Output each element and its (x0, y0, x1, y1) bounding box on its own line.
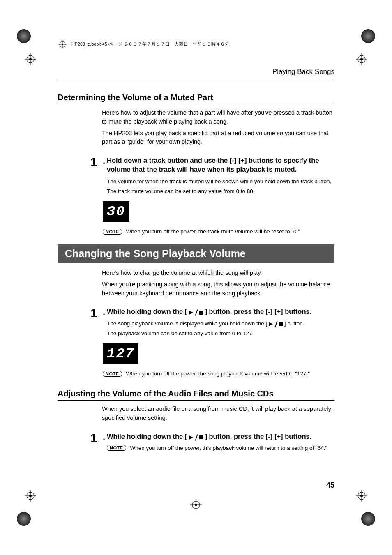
reg-mark (190, 499, 202, 511)
step-number: 1 (90, 307, 103, 319)
svg-point-1 (361, 29, 375, 43)
corner-swatch-br (361, 511, 376, 526)
svg-point-2 (17, 512, 31, 526)
note-label: NOTE (107, 445, 126, 451)
reg-mark (356, 490, 367, 502)
svg-point-11 (360, 58, 363, 60)
body-text: The volume for when the track is muted w… (107, 177, 334, 186)
svg-point-15 (29, 495, 32, 497)
body-text: Here's how to change the volume at which… (102, 269, 334, 278)
note-label: NOTE (103, 229, 122, 235)
reg-mark (25, 490, 36, 502)
step-dot: . (103, 156, 107, 166)
lcd-display: 30 (103, 201, 129, 222)
page-number: 45 (326, 481, 334, 490)
step-heading: While holding down the [ ] button, press… (107, 307, 334, 316)
svg-point-23 (195, 504, 197, 506)
chapter-title: Playing Back Songs (58, 68, 334, 76)
note-text: When you turn off the power, the song pl… (126, 371, 310, 377)
svg-point-3 (361, 512, 375, 526)
section-heading-audio-cd-volume: Adjusting the Volume of the Audio Files … (58, 389, 334, 401)
body-text: When you select an audio file or a song … (102, 405, 334, 423)
lcd-value: 30 (107, 204, 125, 219)
body-text: The HP203 lets you play back a specific … (102, 129, 334, 147)
corner-swatch-tl (16, 29, 31, 44)
svg-point-7 (29, 58, 32, 60)
play-stop-icon (189, 435, 203, 440)
svg-point-27 (62, 44, 63, 45)
play-stop-icon (269, 321, 283, 327)
reg-mark (25, 53, 36, 65)
body-text: The song playback volume is displayed wh… (107, 320, 334, 328)
step-heading: Hold down a track button and use the [-]… (107, 156, 334, 174)
step-heading: While holding down the [ ] button, press… (107, 432, 334, 441)
section-band-playback-volume: Changing the Song Playback Volume (58, 244, 334, 263)
body-text: When you're practicing along with a song… (102, 280, 334, 298)
file-header-text: HP203_e.book 45 ページ ２００７年７月１７日 火曜日 午前１０時… (71, 41, 230, 47)
play-stop-icon (189, 310, 203, 315)
file-header: HP203_e.book 45 ページ ２００７年７月１７日 火曜日 午前１０時… (58, 39, 230, 49)
step-number: 1 (90, 432, 103, 444)
corner-swatch-tr (361, 29, 376, 44)
lcd-value: 127 (107, 346, 134, 362)
step-number: 1 (90, 156, 103, 168)
svg-point-0 (17, 29, 31, 43)
body-text: The playback volume can be set to any va… (107, 329, 334, 338)
note-label: NOTE (103, 371, 122, 377)
svg-point-19 (360, 495, 363, 497)
body-text: The track mute volume can be set to any … (107, 187, 334, 196)
reg-mark-icon (58, 39, 67, 49)
body-text: Here's how to adjust the volume that a p… (102, 108, 334, 127)
step-dot: . (103, 307, 107, 318)
note-text: When you turn off the power, this playba… (130, 445, 327, 451)
note-text: When you turn off the power, the track m… (126, 228, 300, 235)
divider (58, 81, 334, 81)
corner-swatch-bl (16, 511, 31, 526)
section-heading-mute-volume: Determining the Volume of a Muted Part (58, 93, 334, 104)
step-dot: . (103, 432, 107, 442)
reg-mark (356, 53, 367, 65)
lcd-display: 127 (103, 343, 138, 364)
